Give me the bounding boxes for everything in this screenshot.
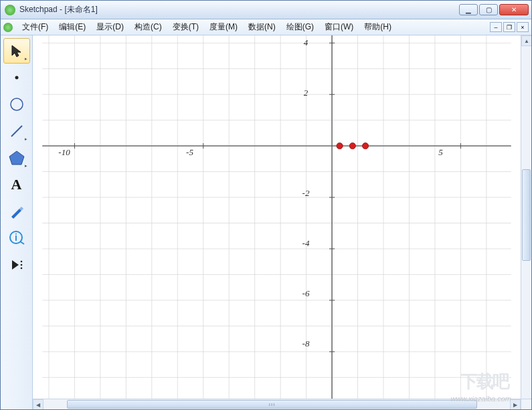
point-tool[interactable] [3, 65, 30, 90]
vertical-scrollbar[interactable]: ▲ ▼ [521, 35, 531, 409]
svg-point-7 [20, 264, 22, 266]
mdi-close-button[interactable]: × [517, 22, 529, 32]
scroll-up-icon[interactable]: ▲ [521, 35, 532, 46]
mdi-restore-button[interactable]: ❐ [503, 22, 515, 32]
line-tool[interactable]: ▸ [3, 118, 30, 144]
hscroll-thumb[interactable]: ııı [67, 400, 477, 409]
menu-2[interactable]: 显示(D) [91, 19, 129, 35]
x-tick-label: -5 [186, 147, 193, 158]
marker-tool[interactable] [3, 199, 30, 224]
arrow-tool[interactable]: ▸ [3, 38, 30, 64]
menu-6[interactable]: 数据(N) [243, 19, 281, 35]
toolbar: ▸▸▸Ai [1, 35, 33, 409]
menu-5[interactable]: 度量(M) [204, 19, 243, 35]
svg-line-2 [11, 126, 22, 136]
circle-tool[interactable] [3, 92, 30, 117]
doc-icon [3, 23, 13, 32]
horizontal-scrollbar[interactable]: ◀ ııı ▶ [33, 399, 521, 409]
text-tool[interactable]: A [3, 172, 30, 197]
coordinate-grid [33, 35, 521, 409]
svg-point-1 [11, 98, 23, 110]
menu-3[interactable]: 构造(C) [129, 19, 167, 35]
data-point[interactable] [362, 143, 368, 149]
workspace: ▸▸▸Ai -10-5542-2-4-6-8 下载吧 www.xiazaiba.… [1, 35, 531, 409]
y-tick-label: -6 [302, 288, 310, 299]
mdi-controls: – ❐ × [490, 22, 529, 32]
canvas[interactable]: -10-5542-2-4-6-8 下载吧 www.xiazaiba.com [33, 35, 521, 409]
menu-9[interactable]: 帮助(H) [359, 19, 397, 35]
scroll-corner [521, 399, 531, 409]
y-tick-label: -2 [302, 188, 310, 199]
data-point[interactable] [337, 143, 343, 149]
x-tick-label: -10 [58, 147, 70, 158]
menu-0[interactable]: 文件(F) [17, 19, 54, 35]
y-tick-label: -4 [302, 238, 310, 249]
app-name: Sketchpad [19, 5, 58, 14]
app-icon [5, 5, 15, 15]
y-tick-label: 2 [304, 88, 308, 98]
svg-text:i: i [15, 232, 17, 243]
x-tick-label: 5 [438, 147, 443, 158]
svg-point-6 [20, 261, 22, 263]
mdi-minimize-button[interactable]: – [490, 22, 502, 32]
polygon-tool[interactable]: ▸ [3, 145, 30, 171]
doc-name: [未命名1] [64, 5, 97, 14]
titlebar: Sketchpad - [未命名1] ▁ ▢ ✕ [1, 1, 531, 19]
y-tick-label: -8 [302, 338, 310, 349]
y-tick-label: 4 [304, 37, 308, 48]
scroll-right-icon[interactable]: ▶ [510, 399, 521, 410]
minimize-button[interactable]: ▁ [459, 4, 478, 15]
window-title: Sketchpad - [未命名1] [19, 4, 98, 15]
maximize-button[interactable]: ▢ [479, 4, 498, 15]
close-button[interactable]: ✕ [499, 4, 529, 15]
info-tool[interactable]: i [3, 225, 30, 251]
menu-4[interactable]: 变换(T) [167, 19, 204, 35]
menu-8[interactable]: 窗口(W) [319, 19, 359, 35]
custom-tool[interactable] [3, 252, 30, 278]
data-point[interactable] [349, 143, 355, 149]
svg-point-8 [20, 268, 22, 270]
menu-1[interactable]: 编辑(E) [54, 19, 91, 35]
svg-marker-3 [9, 151, 24, 165]
svg-point-0 [15, 76, 18, 80]
menu-7[interactable]: 绘图(G) [281, 19, 319, 35]
vscroll-thumb[interactable] [522, 169, 531, 261]
scroll-left-icon[interactable]: ◀ [33, 399, 43, 410]
menubar: 文件(F)编辑(E)显示(D)构造(C)变换(T)度量(M)数据(N)绘图(G)… [1, 19, 531, 35]
